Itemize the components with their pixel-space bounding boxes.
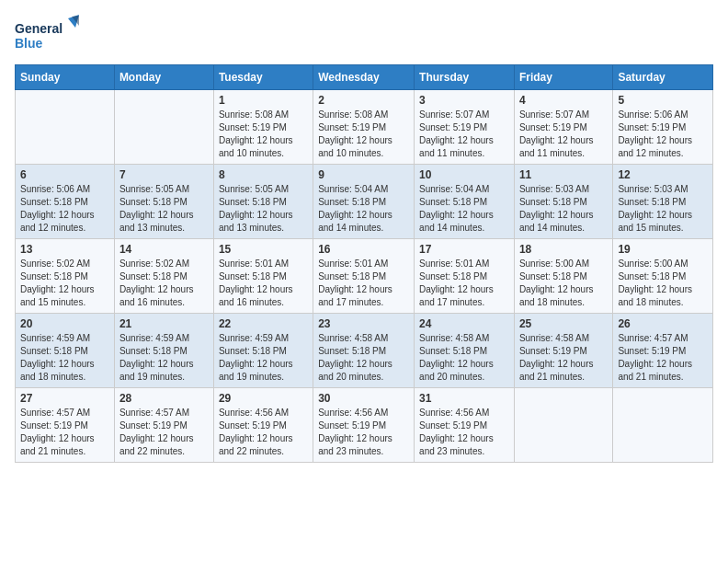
day-header-monday: Monday <box>114 65 213 90</box>
logo-svg: General Blue <box>15 15 79 55</box>
calendar-cell: 21Sunrise: 4:59 AM Sunset: 5:18 PM Dayli… <box>114 314 213 388</box>
calendar-cell <box>16 90 115 165</box>
calendar-table: SundayMondayTuesdayWednesdayThursdayFrid… <box>15 64 713 463</box>
page-header: General Blue <box>15 15 713 55</box>
calendar-cell: 25Sunrise: 4:58 AM Sunset: 5:19 PM Dayli… <box>514 314 612 388</box>
day-header-wednesday: Wednesday <box>313 65 415 90</box>
day-number: 22 <box>219 317 308 330</box>
day-number: 19 <box>618 243 708 256</box>
calendar-cell: 15Sunrise: 5:01 AM Sunset: 5:18 PM Dayli… <box>213 239 313 314</box>
day-info: Sunrise: 5:00 AM Sunset: 5:18 PM Dayligh… <box>618 258 708 309</box>
calendar-cell <box>514 388 612 463</box>
day-number: 18 <box>519 243 608 256</box>
svg-text:Blue: Blue <box>15 36 43 51</box>
day-info: Sunrise: 5:07 AM Sunset: 5:19 PM Dayligh… <box>519 109 608 160</box>
day-number: 5 <box>618 94 708 107</box>
calendar-cell: 24Sunrise: 4:58 AM Sunset: 5:18 PM Dayli… <box>415 314 515 388</box>
calendar-cell: 28Sunrise: 4:57 AM Sunset: 5:19 PM Dayli… <box>114 388 213 463</box>
day-info: Sunrise: 4:56 AM Sunset: 5:19 PM Dayligh… <box>219 407 308 458</box>
day-info: Sunrise: 5:00 AM Sunset: 5:18 PM Dayligh… <box>519 258 608 309</box>
calendar-cell: 14Sunrise: 5:02 AM Sunset: 5:18 PM Dayli… <box>114 239 213 314</box>
calendar-week-row: 6Sunrise: 5:06 AM Sunset: 5:18 PM Daylig… <box>16 165 713 239</box>
day-number: 17 <box>419 243 509 256</box>
day-number: 10 <box>419 168 509 181</box>
calendar-week-row: 1Sunrise: 5:08 AM Sunset: 5:19 PM Daylig… <box>16 90 713 165</box>
calendar-cell: 13Sunrise: 5:02 AM Sunset: 5:18 PM Dayli… <box>16 239 115 314</box>
day-number: 23 <box>318 317 409 330</box>
day-info: Sunrise: 5:07 AM Sunset: 5:19 PM Dayligh… <box>419 109 509 160</box>
day-header-thursday: Thursday <box>415 65 515 90</box>
day-info: Sunrise: 5:04 AM Sunset: 5:18 PM Dayligh… <box>318 183 409 235</box>
calendar-cell: 12Sunrise: 5:03 AM Sunset: 5:18 PM Dayli… <box>613 165 713 239</box>
day-info: Sunrise: 4:58 AM Sunset: 5:18 PM Dayligh… <box>318 332 409 384</box>
calendar-cell: 29Sunrise: 4:56 AM Sunset: 5:19 PM Dayli… <box>213 388 313 463</box>
day-info: Sunrise: 5:06 AM Sunset: 5:19 PM Dayligh… <box>618 109 708 160</box>
day-info: Sunrise: 5:01 AM Sunset: 5:18 PM Dayligh… <box>419 258 509 309</box>
day-info: Sunrise: 4:56 AM Sunset: 5:19 PM Dayligh… <box>419 407 509 458</box>
day-info: Sunrise: 5:05 AM Sunset: 5:18 PM Dayligh… <box>119 183 209 235</box>
day-number: 4 <box>519 94 608 107</box>
calendar-cell: 2Sunrise: 5:08 AM Sunset: 5:19 PM Daylig… <box>313 90 415 165</box>
day-number: 14 <box>119 243 209 256</box>
day-number: 3 <box>419 94 509 107</box>
day-info: Sunrise: 4:59 AM Sunset: 5:18 PM Dayligh… <box>219 332 308 384</box>
day-info: Sunrise: 4:56 AM Sunset: 5:19 PM Dayligh… <box>318 407 409 458</box>
day-header-friday: Friday <box>514 65 612 90</box>
calendar-cell: 30Sunrise: 4:56 AM Sunset: 5:19 PM Dayli… <box>313 388 415 463</box>
day-number: 27 <box>20 392 109 405</box>
day-number: 25 <box>519 317 608 330</box>
day-number: 28 <box>119 392 209 405</box>
calendar-cell: 17Sunrise: 5:01 AM Sunset: 5:18 PM Dayli… <box>415 239 515 314</box>
svg-text:General: General <box>15 21 63 36</box>
calendar-week-row: 13Sunrise: 5:02 AM Sunset: 5:18 PM Dayli… <box>16 239 713 314</box>
day-info: Sunrise: 5:02 AM Sunset: 5:18 PM Dayligh… <box>119 258 209 309</box>
calendar-cell: 31Sunrise: 4:56 AM Sunset: 5:19 PM Dayli… <box>415 388 515 463</box>
logo: General Blue <box>15 15 79 55</box>
day-header-tuesday: Tuesday <box>213 65 313 90</box>
day-info: Sunrise: 4:59 AM Sunset: 5:18 PM Dayligh… <box>119 332 209 384</box>
day-number: 13 <box>20 243 109 256</box>
calendar-cell: 6Sunrise: 5:06 AM Sunset: 5:18 PM Daylig… <box>16 165 115 239</box>
day-number: 9 <box>318 168 409 181</box>
day-info: Sunrise: 5:04 AM Sunset: 5:18 PM Dayligh… <box>419 183 509 235</box>
day-number: 30 <box>318 392 409 405</box>
day-info: Sunrise: 5:05 AM Sunset: 5:18 PM Dayligh… <box>219 183 308 235</box>
calendar-cell: 22Sunrise: 4:59 AM Sunset: 5:18 PM Dayli… <box>213 314 313 388</box>
day-number: 21 <box>119 317 209 330</box>
day-info: Sunrise: 5:08 AM Sunset: 5:19 PM Dayligh… <box>219 109 308 160</box>
day-number: 11 <box>519 168 608 181</box>
calendar-cell: 8Sunrise: 5:05 AM Sunset: 5:18 PM Daylig… <box>213 165 313 239</box>
day-number: 20 <box>20 317 109 330</box>
day-header-sunday: Sunday <box>16 65 115 90</box>
day-info: Sunrise: 5:06 AM Sunset: 5:18 PM Dayligh… <box>20 183 109 235</box>
calendar-header-row: SundayMondayTuesdayWednesdayThursdayFrid… <box>16 65 713 90</box>
day-number: 24 <box>419 317 509 330</box>
day-info: Sunrise: 5:01 AM Sunset: 5:18 PM Dayligh… <box>219 258 308 309</box>
calendar-cell: 10Sunrise: 5:04 AM Sunset: 5:18 PM Dayli… <box>415 165 515 239</box>
day-info: Sunrise: 4:57 AM Sunset: 5:19 PM Dayligh… <box>618 332 708 384</box>
calendar-cell: 1Sunrise: 5:08 AM Sunset: 5:19 PM Daylig… <box>213 90 313 165</box>
calendar-cell: 4Sunrise: 5:07 AM Sunset: 5:19 PM Daylig… <box>514 90 612 165</box>
calendar-cell: 7Sunrise: 5:05 AM Sunset: 5:18 PM Daylig… <box>114 165 213 239</box>
day-number: 26 <box>618 317 708 330</box>
day-info: Sunrise: 5:03 AM Sunset: 5:18 PM Dayligh… <box>519 183 608 235</box>
day-info: Sunrise: 5:02 AM Sunset: 5:18 PM Dayligh… <box>20 258 109 309</box>
calendar-cell: 26Sunrise: 4:57 AM Sunset: 5:19 PM Dayli… <box>613 314 713 388</box>
calendar-cell: 3Sunrise: 5:07 AM Sunset: 5:19 PM Daylig… <box>415 90 515 165</box>
day-info: Sunrise: 4:58 AM Sunset: 5:18 PM Dayligh… <box>419 332 509 384</box>
day-number: 8 <box>219 168 308 181</box>
day-info: Sunrise: 5:01 AM Sunset: 5:18 PM Dayligh… <box>318 258 409 309</box>
calendar-cell: 19Sunrise: 5:00 AM Sunset: 5:18 PM Dayli… <box>613 239 713 314</box>
calendar-cell: 9Sunrise: 5:04 AM Sunset: 5:18 PM Daylig… <box>313 165 415 239</box>
calendar-cell: 23Sunrise: 4:58 AM Sunset: 5:18 PM Dayli… <box>313 314 415 388</box>
day-info: Sunrise: 4:57 AM Sunset: 5:19 PM Dayligh… <box>20 407 109 458</box>
day-info: Sunrise: 4:57 AM Sunset: 5:19 PM Dayligh… <box>119 407 209 458</box>
day-info: Sunrise: 4:59 AM Sunset: 5:18 PM Dayligh… <box>20 332 109 384</box>
day-number: 2 <box>318 94 409 107</box>
calendar-cell: 5Sunrise: 5:06 AM Sunset: 5:19 PM Daylig… <box>613 90 713 165</box>
day-number: 31 <box>419 392 509 405</box>
day-number: 16 <box>318 243 409 256</box>
day-number: 1 <box>219 94 308 107</box>
day-number: 15 <box>219 243 308 256</box>
calendar-cell: 11Sunrise: 5:03 AM Sunset: 5:18 PM Dayli… <box>514 165 612 239</box>
